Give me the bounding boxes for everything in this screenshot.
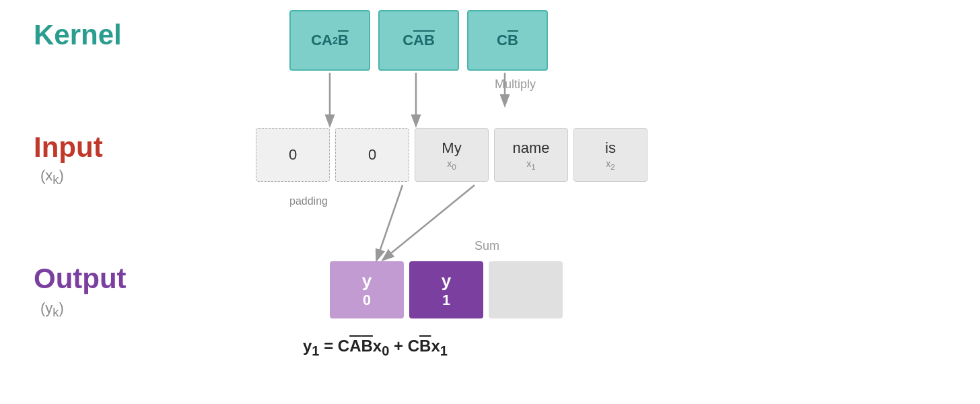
input-value-3: name <box>512 139 549 157</box>
input-value-2: My <box>442 139 461 157</box>
padding-label: padding <box>289 195 328 207</box>
kernel-box-2: CB <box>467 10 548 71</box>
kernel-row: CA2B CAB CB <box>289 10 548 71</box>
sum-label: Sum <box>475 239 499 253</box>
input-box-4: is x2 <box>573 128 648 182</box>
input-value-1: 0 <box>368 146 376 164</box>
output-sub-label: (yk) <box>40 300 64 320</box>
output-box-0: y0 <box>330 261 404 318</box>
input-value-0: 0 <box>289 146 297 164</box>
output-box-1: y1 <box>409 261 483 318</box>
output-label: Output <box>34 263 127 295</box>
input-box-3: name x1 <box>494 128 568 182</box>
input-row: 0 0 My x0 name x1 is x2 <box>256 128 648 182</box>
output-row: y0 y1 <box>330 261 563 318</box>
input-value-4: is <box>605 139 616 157</box>
input-box-padding-1: 0 <box>335 128 409 182</box>
arrow-x1-y1 <box>384 185 475 259</box>
input-box-2: My x0 <box>415 128 489 182</box>
input-sub-3: x1 <box>526 158 535 171</box>
multiply-label: Multiply <box>495 77 536 92</box>
input-sub-4: x2 <box>606 158 615 171</box>
input-box-padding-0: 0 <box>256 128 330 182</box>
arrow-x0-y1 <box>377 185 403 259</box>
input-label: Input <box>34 131 103 164</box>
output-box-2 <box>489 261 563 318</box>
input-sub-2: x0 <box>447 158 456 171</box>
kernel-label: Kernel <box>34 19 122 51</box>
input-sub-label: (xk) <box>40 167 64 187</box>
kernel-box-0: CA2B <box>289 10 370 71</box>
kernel-box-1: CAB <box>378 10 459 71</box>
diagram-container: Kernel Input (xk) Output (yk) CA2B CAB C… <box>0 0 980 404</box>
formula: y1 = CABx0 + CBx1 <box>303 337 448 359</box>
